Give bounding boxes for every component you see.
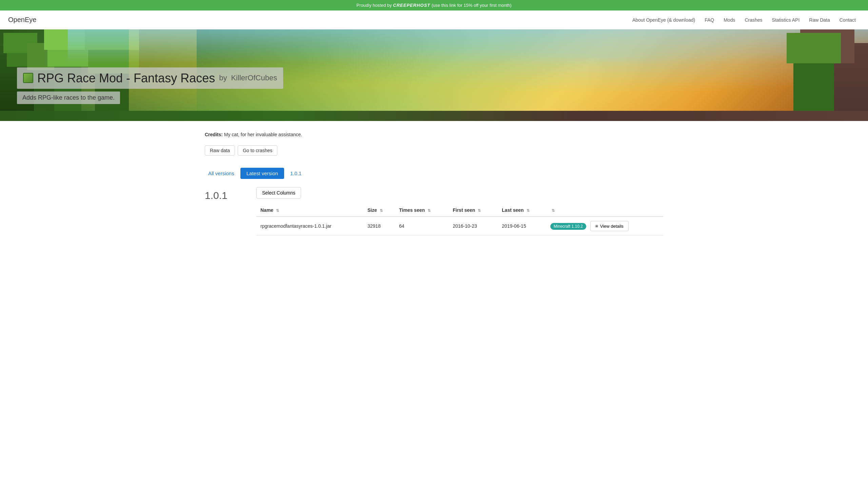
version-section: 1.0.1 Select Columns Name ⇅ Size ⇅	[205, 187, 663, 236]
version-tabs: All versions Latest version 1.0.1	[205, 168, 663, 179]
tab-all-versions[interactable]: All versions	[205, 168, 238, 178]
hero-title-box: RPG Race Mod - Fantasy Races by KillerOf…	[17, 67, 283, 89]
banner-text: Proudly hosted by	[356, 3, 393, 8]
btn-row: Raw data Go to crashes	[205, 145, 663, 156]
table-row: rpgracemodfantasyraces-1.0.1.jar 32918 6…	[256, 217, 663, 236]
minecraft-badge: Minecraft 1.10.2	[550, 223, 586, 230]
hero: RPG Race Mod - Fantasy Races by KillerOf…	[0, 29, 868, 121]
nav-crashes[interactable]: Crashes	[741, 15, 766, 25]
select-columns-button[interactable]: Select Columns	[256, 187, 301, 199]
view-details-label: View details	[600, 224, 624, 229]
navbar-brand[interactable]: OpenEye	[8, 16, 36, 24]
hero-subtitle-box: Adds RPG-like races to the game.	[17, 92, 120, 104]
data-table: Name ⇅ Size ⇅ Times seen ⇅ First seen	[256, 204, 663, 236]
hero-author: KillerOfCubes	[231, 74, 277, 82]
cell-last-seen: 2019-06-15	[498, 217, 546, 236]
nav-about[interactable]: About OpenEye (& download)	[628, 15, 699, 25]
navbar-nav: About OpenEye (& download) FAQ Mods Cras…	[628, 17, 860, 23]
version-table-area: Select Columns Name ⇅ Size ⇅ Times se	[256, 187, 663, 236]
credits-text: My cat, for her invaluable assistance.	[224, 132, 302, 137]
credits-label: Credits:	[205, 132, 223, 137]
raw-data-button[interactable]: Raw data	[205, 145, 235, 156]
sort-times-icon: ⇅	[428, 208, 431, 213]
sort-first-icon: ⇅	[478, 208, 481, 213]
table-body: rpgracemodfantasyraces-1.0.1.jar 32918 6…	[256, 217, 663, 236]
host-name: CREEPERHOST	[393, 3, 430, 8]
cell-actions: Minecraft 1.10.2 ≡ View details	[546, 217, 663, 236]
main-content: Credits: My cat, for her invaluable assi…	[197, 121, 671, 246]
col-first-seen[interactable]: First seen ⇅	[449, 204, 498, 217]
list-icon: ≡	[595, 223, 598, 229]
nav-rawdata[interactable]: Raw Data	[805, 15, 834, 25]
col-size[interactable]: Size ⇅	[363, 204, 395, 217]
nav-mods[interactable]: Mods	[719, 15, 739, 25]
col-times-seen[interactable]: Times seen ⇅	[395, 204, 449, 217]
hero-title: RPG Race Mod - Fantasy Races	[37, 71, 215, 85]
hero-content: RPG Race Mod - Fantasy Races by KillerOf…	[17, 67, 283, 104]
banner-suffix: (use this link for 15% off your first mo…	[432, 3, 512, 8]
hero-author-prefix: by	[219, 74, 227, 82]
tab-latest-version[interactable]: Latest version	[240, 168, 284, 179]
go-to-crashes-button[interactable]: Go to crashes	[238, 145, 277, 156]
sort-extra-icon: ⇅	[552, 208, 555, 213]
navbar: OpenEye About OpenEye (& download) FAQ M…	[0, 11, 868, 29]
nav-faq[interactable]: FAQ	[701, 15, 718, 25]
col-last-seen[interactable]: Last seen ⇅	[498, 204, 546, 217]
mod-icon	[23, 73, 33, 83]
cell-times-seen: 64	[395, 217, 449, 236]
credits-section: Credits: My cat, for her invaluable assi…	[205, 132, 663, 137]
cell-size: 32918	[363, 217, 395, 236]
sort-name-icon: ⇅	[276, 208, 279, 213]
col-extra: ⇅	[546, 204, 663, 217]
top-banner: Proudly hosted by CREEPERHOST (use this …	[0, 0, 868, 11]
cell-first-seen: 2016-10-23	[449, 217, 498, 236]
nav-statistics[interactable]: Statistics API	[768, 15, 804, 25]
table-header: Name ⇅ Size ⇅ Times seen ⇅ First seen	[256, 204, 663, 217]
nav-contact[interactable]: Contact	[835, 15, 860, 25]
col-name[interactable]: Name ⇅	[256, 204, 363, 217]
cell-name: rpgracemodfantasyraces-1.0.1.jar	[256, 217, 363, 236]
sort-last-icon: ⇅	[527, 208, 530, 213]
view-details-button[interactable]: ≡ View details	[590, 221, 629, 231]
hero-subtitle: Adds RPG-like races to the game.	[22, 94, 115, 101]
tab-version-101[interactable]: 1.0.1	[287, 168, 305, 178]
sort-size-icon: ⇅	[380, 208, 383, 213]
version-number: 1.0.1	[205, 187, 245, 201]
